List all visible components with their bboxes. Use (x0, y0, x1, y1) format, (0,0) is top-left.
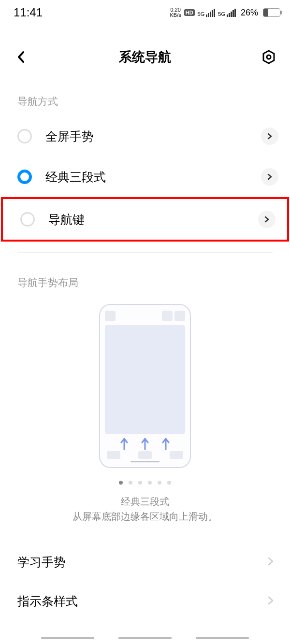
dot[interactable] (129, 481, 132, 485)
chevron-right-icon[interactable] (261, 128, 278, 145)
system-nav-bar[interactable] (0, 637, 290, 639)
radio-unselected[interactable] (20, 212, 35, 227)
back-button[interactable] (14, 49, 29, 65)
nav-mode-section-label: 导航方式 (0, 75, 290, 116)
nav-recent[interactable] (41, 637, 94, 639)
arrow-up-icon (161, 436, 170, 450)
nav-item-label: 学习手势 (17, 554, 66, 570)
option-label: 导航键 (48, 212, 258, 228)
preview-title: 经典三段式 (17, 495, 273, 508)
signal-1: 5G (198, 9, 216, 17)
option-label: 全屏手势 (45, 129, 261, 144)
indicator-style-item[interactable]: 指示条样式 (0, 582, 290, 621)
svg-marker-0 (263, 51, 274, 63)
phone-screen (105, 325, 185, 434)
phone-preview[interactable] (99, 304, 191, 468)
preview-description: 从屏幕底部边缘各区域向上滑动。 (17, 510, 273, 523)
dot[interactable] (148, 481, 152, 485)
gesture-layout-section: 导航手势布局 经典三段式 从屏 (0, 253, 290, 523)
battery-icon (263, 8, 280, 17)
phone-bottom-icons (105, 451, 185, 459)
arrow-up-icon (141, 436, 149, 450)
signal-2: 5G (218, 9, 236, 17)
chevron-right-icon (267, 596, 275, 607)
phone-home-bar (130, 461, 160, 462)
nav-back[interactable] (196, 637, 249, 639)
option-label: 经典三段式 (45, 169, 261, 185)
dot-active[interactable] (119, 481, 123, 485)
status-indicators: 0.20 KB/s HD 5G 5G 26% (170, 7, 280, 18)
chevron-right-icon[interactable] (258, 211, 276, 228)
hd-badge: HD (184, 9, 195, 16)
arrow-up-icon (120, 436, 129, 450)
nav-item-label: 指示条样式 (17, 593, 78, 609)
battery-percent: 26% (241, 8, 258, 18)
nav-option-fullscreen[interactable]: 全屏手势 (0, 116, 290, 157)
learn-gestures-item[interactable]: 学习手势 (0, 543, 290, 582)
dot[interactable] (138, 481, 142, 485)
nav-home[interactable] (118, 637, 172, 639)
phone-top-icons (105, 311, 185, 321)
chevron-right-icon (267, 557, 275, 568)
status-bar: 11:41 0.20 KB/s HD 5G 5G 26% (0, 0, 290, 23)
network-speed: 0.20 KB/s (170, 7, 181, 18)
pagination-dots[interactable] (17, 481, 273, 485)
svg-point-1 (267, 55, 271, 59)
status-time: 11:41 (14, 6, 43, 19)
nav-option-classic[interactable]: 经典三段式 (0, 157, 290, 197)
radio-unselected[interactable] (17, 129, 32, 143)
swipe-arrows (105, 436, 185, 450)
gesture-layout-label: 导航手势布局 (17, 276, 273, 289)
dot[interactable] (158, 481, 161, 485)
nav-option-keys[interactable]: 导航键 (3, 199, 287, 240)
radio-selected[interactable] (17, 170, 32, 184)
page-header: 系统导航 (0, 23, 290, 75)
dot[interactable] (167, 481, 171, 485)
chevron-right-icon[interactable] (261, 168, 278, 186)
page-title: 系统导航 (119, 48, 171, 66)
highlight-annotation: 导航键 (1, 197, 289, 242)
settings-button[interactable] (261, 49, 276, 65)
